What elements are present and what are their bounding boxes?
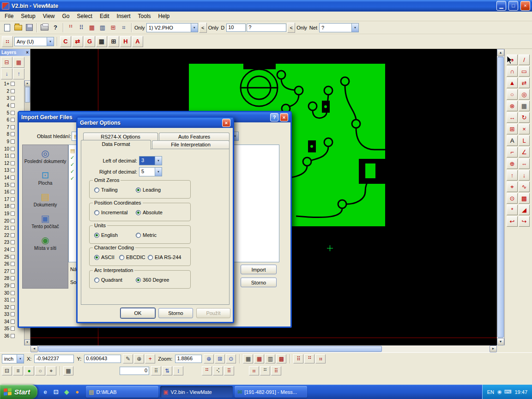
menu-item[interactable]: File <box>1 12 17 21</box>
layer-color-swatch[interactable] <box>11 212 15 216</box>
fill-mode-icon[interactable]: ⊟ <box>2 366 12 375</box>
draw-mode-icon[interactable]: ≡ <box>13 366 23 375</box>
internet-explorer-icon[interactable]: e <box>41 387 50 397</box>
vertex-tool-icon[interactable]: * <box>507 205 518 215</box>
measure-tool-icon[interactable]: ⌐ <box>507 147 518 157</box>
save-file-button[interactable] <box>24 23 34 33</box>
selection-filter-select[interactable]: Any (U) ▼ <box>14 37 54 46</box>
layer-color-swatch[interactable] <box>11 161 15 165</box>
tab-file-interpretation[interactable]: File Interpretation <box>152 140 230 149</box>
radio-360-degree[interactable]: 360 Degree <box>136 277 169 283</box>
text-a-tool-icon[interactable]: A <box>507 135 518 146</box>
layer-color-swatch[interactable] <box>11 284 15 288</box>
chevron-down-icon[interactable]: ▼ <box>191 24 198 32</box>
angle-tool-icon[interactable]: ∠ <box>519 147 530 157</box>
layer-select[interactable]: 1) V2.PHO ▼ <box>146 23 198 32</box>
left-decimal-select[interactable]: 3 ▼ <box>139 156 162 165</box>
chamfer-t ool-icon[interactable]: ◢ <box>519 205 530 215</box>
center-icon[interactable]: ⌖ <box>46 366 56 375</box>
rotate-tool-icon[interactable]: ↻ <box>519 112 530 123</box>
menu-item[interactable]: Tools <box>134 12 155 21</box>
layer-color-swatch[interactable] <box>11 320 15 324</box>
menu-item[interactable]: Go <box>59 12 73 21</box>
dcode-filter-input[interactable]: ? <box>247 24 286 32</box>
macro-icon[interactable]: ⊞ <box>108 23 118 33</box>
layer-color-swatch[interactable] <box>11 103 15 108</box>
help-button[interactable]: ? <box>270 113 278 121</box>
pan-tool-icon[interactable]: ⇔ <box>519 158 530 169</box>
layer-row[interactable]: 3 <box>0 95 24 102</box>
prev-dcode-button[interactable]: < <box>287 23 295 33</box>
thermal-tool-icon[interactable]: ⊗ <box>507 101 518 111</box>
grid-mode-1-icon[interactable]: ▦ <box>243 354 253 363</box>
print-button[interactable] <box>39 23 49 33</box>
layer-color-swatch[interactable] <box>11 226 15 230</box>
layer-color-swatch[interactable] <box>11 233 15 237</box>
l-shape-tool-icon[interactable]: L <box>519 135 530 146</box>
chevron-down-icon[interactable]: ▼ <box>17 355 24 363</box>
net-tool-icon[interactable]: ∿ <box>519 181 530 192</box>
context-help-button[interactable]: ? <box>50 23 60 33</box>
layer-color-swatch[interactable] <box>11 118 15 122</box>
layer-table-icon[interactable]: ⊟ <box>1 57 12 68</box>
layer-color-swatch[interactable] <box>11 82 15 86</box>
layer-up-icon[interactable]: ↑ <box>13 68 24 79</box>
grid-mode-2-icon[interactable]: ▦ <box>254 354 264 363</box>
flash-pattern-1-icon[interactable]: ⠛ <box>202 366 212 375</box>
dcode-grid-icon[interactable]: ⠿ <box>76 23 86 33</box>
chevron-down-icon[interactable]: ▼ <box>351 24 358 32</box>
transform-icon[interactable]: ⇄ <box>72 36 83 47</box>
layer-color-swatch[interactable] <box>11 262 15 266</box>
task-button-viewmate[interactable]: ▣ V2.bin - ViewMate <box>160 386 233 398</box>
start-button[interactable]: Start <box>0 385 37 399</box>
radio-absolute[interactable]: Absolute <box>136 210 163 215</box>
layer-down-icon[interactable]: ↓ <box>1 68 12 79</box>
menu-item[interactable]: Insert <box>113 12 134 21</box>
edit-coords-icon[interactable]: ✎ <box>123 354 133 363</box>
restore-button[interactable]: □ <box>508 1 518 11</box>
mirror-tool-icon[interactable]: ⇄ <box>519 78 530 88</box>
snap-grid-button[interactable]: ▦ <box>63 366 73 375</box>
layer-color-swatch[interactable] <box>11 168 15 172</box>
flash-pattern-4-icon[interactable]: ⠶ <box>249 366 259 375</box>
layer-color-swatch[interactable] <box>11 298 15 302</box>
layer-color-swatch[interactable] <box>11 248 15 252</box>
polygon-tool-icon[interactable]: ▲ <box>507 78 518 88</box>
radio-leading[interactable]: Leading <box>136 187 161 193</box>
scroll-right-icon[interactable]: ► <box>490 345 497 352</box>
grid-mode-3-icon[interactable]: ▥ <box>265 354 275 363</box>
tab-data-format[interactable]: Data Format <box>81 140 151 150</box>
close-button[interactable]: × <box>280 113 288 121</box>
selection-pattern-button[interactable]: ⠶ <box>2 36 13 47</box>
layer-color-swatch[interactable] <box>11 175 15 180</box>
layer-row[interactable]: 4 <box>0 102 24 109</box>
grid-tool-icon[interactable]: ▦ <box>519 101 530 111</box>
layer-grid-icon[interactable]: ▦ <box>13 57 24 68</box>
vertical-scrollbar[interactable]: ▲ ▼ <box>497 49 504 345</box>
radio-eia-rs244[interactable]: EIA RS-244 <box>148 254 181 260</box>
right-decimal-select[interactable]: 5 ▼ <box>139 167 162 176</box>
shield-icon[interactable]: ◆ <box>62 387 71 397</box>
close-button[interactable]: × <box>222 119 230 127</box>
prev-layer-button[interactable]: < <box>199 23 207 33</box>
copy-tool-icon[interactable]: ⊞ <box>507 124 518 134</box>
layer-row[interactable]: 1+ <box>0 80 24 88</box>
layer-down-tool-icon[interactable]: ↓ <box>519 170 530 181</box>
show-desktop-icon[interactable]: ⊡ <box>51 387 60 397</box>
open-file-button[interactable] <box>13 23 23 33</box>
place-network[interactable]: ◉ Místa v síti <box>23 236 68 251</box>
pattern-1-icon[interactable]: ⠿ <box>293 354 303 363</box>
zoom-value[interactable]: 1.8866 <box>175 355 202 363</box>
radio-ascii[interactable]: ASCII <box>94 254 115 260</box>
redo-tool-icon[interactable]: ↪ <box>519 216 530 227</box>
import-button[interactable]: Import <box>241 265 277 274</box>
dcode-input[interactable]: 10 <box>226 24 246 32</box>
layer-color-swatch[interactable] <box>11 183 15 187</box>
menu-item[interactable]: Setup <box>17 12 39 21</box>
chevron-down-icon[interactable]: ▼ <box>155 157 162 165</box>
layer-color-swatch[interactable] <box>11 132 15 136</box>
place-recent-documents[interactable]: ◎ Poslední dokumenty <box>23 149 68 164</box>
flash-pattern-2-icon[interactable]: ⠪ <box>213 366 223 375</box>
place-desktop[interactable]: ⊡ Plocha <box>23 170 68 186</box>
donut-tool-icon[interactable]: ◎ <box>519 89 530 100</box>
